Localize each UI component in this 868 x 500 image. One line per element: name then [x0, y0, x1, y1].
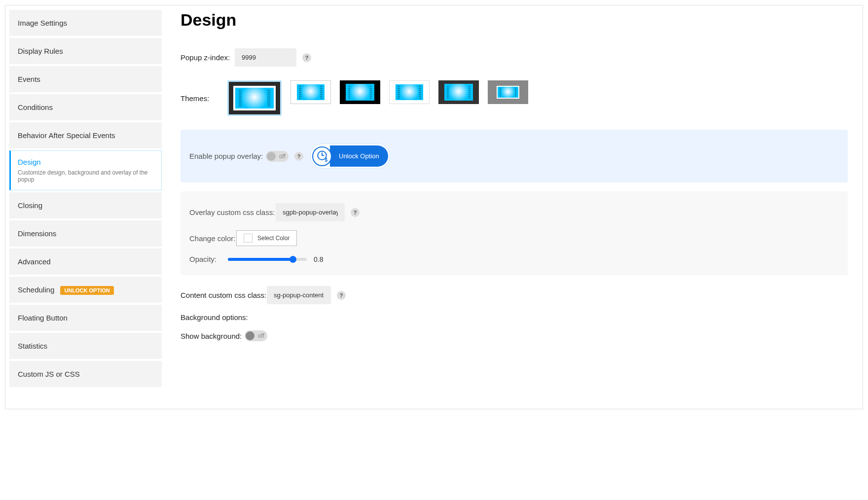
- theme-preview-icon: [346, 84, 374, 101]
- background-options-row: Background options:: [181, 313, 848, 321]
- sidebar-item-statistics[interactable]: Statistics: [9, 333, 162, 359]
- help-icon[interactable]: ?: [337, 291, 346, 300]
- zindex-label: Popup z-index:: [181, 53, 235, 62]
- svg-text:$: $: [325, 156, 327, 162]
- zindex-input[interactable]: [235, 48, 296, 67]
- sidebar-item-label: Events: [18, 75, 40, 83]
- zindex-row: Popup z-index: ?: [181, 48, 848, 67]
- sidebar-item-label: Scheduling: [18, 286, 54, 294]
- show-background-row: Show background: off: [181, 330, 848, 341]
- sidebar-item-design[interactable]: Design Customize design, background and …: [9, 150, 162, 190]
- theme-option-6[interactable]: [488, 80, 528, 104]
- select-color-button[interactable]: Select Color: [236, 230, 297, 246]
- sidebar-item-label: Statistics: [18, 342, 47, 350]
- clock-dollar-icon: $: [312, 146, 332, 166]
- toggle-knob-icon: [267, 152, 276, 161]
- show-background-toggle[interactable]: off: [245, 330, 267, 341]
- theme-preview-icon: [497, 86, 519, 99]
- color-swatch-icon: [244, 234, 253, 243]
- content-css-class-label: Content custom css class:: [181, 291, 267, 299]
- change-color-label: Change color:: [189, 234, 236, 243]
- opacity-slider[interactable]: [228, 258, 307, 261]
- theme-preview-icon: [297, 84, 325, 100]
- sidebar-item-custom-js-css[interactable]: Custom JS or CSS: [9, 361, 162, 387]
- theme-option-1[interactable]: [227, 80, 282, 116]
- theme-option-3[interactable]: [340, 80, 380, 104]
- sidebar-item-label: Advanced: [18, 257, 51, 266]
- theme-preview-icon: [233, 86, 275, 110]
- theme-option-4[interactable]: [389, 80, 430, 104]
- enable-overlay-toggle[interactable]: off: [266, 151, 289, 162]
- toggle-state-text: off: [279, 153, 286, 160]
- page-title: Design: [181, 10, 848, 30]
- page-container: Image Settings Display Rules Events Cond…: [5, 5, 863, 409]
- overlay-settings-panel: Overlay custom css class: ? Change color…: [181, 191, 848, 275]
- sidebar-item-dimensions[interactable]: Dimensions: [9, 220, 162, 247]
- sidebar-item-label: Dimensions: [18, 229, 56, 238]
- main-content: Design Popup z-index: ? Themes: Enable p…: [166, 5, 863, 409]
- opacity-slider-wrap: 0.8: [228, 255, 323, 263]
- opacity-value: 0.8: [314, 255, 323, 263]
- unlock-badge: UNLOCK OPTION: [60, 286, 113, 295]
- sidebar-item-label: Image Settings: [18, 19, 67, 27]
- overlay-css-class-label: Overlay custom css class:: [189, 208, 276, 216]
- toggle-state-text: off: [258, 332, 264, 339]
- slider-thumb-icon: [289, 256, 296, 263]
- theme-preview-icon: [396, 84, 423, 100]
- enable-overlay-label: Enable popup overlay:: [189, 152, 266, 160]
- theme-preview-icon: [444, 84, 472, 101]
- unlock-option-text: Unlock Option: [330, 145, 388, 167]
- sidebar: Image Settings Display Rules Events Cond…: [5, 5, 166, 409]
- sidebar-item-label: Closing: [18, 201, 42, 210]
- sidebar-item-label: Behavior After Special Events: [18, 131, 115, 140]
- select-color-text: Select Color: [257, 235, 289, 242]
- sidebar-item-label: Display Rules: [18, 47, 63, 55]
- sidebar-item-image-settings[interactable]: Image Settings: [9, 10, 162, 36]
- unlock-option-button[interactable]: $ Unlock Option: [310, 143, 390, 169]
- toggle-knob-icon: [246, 331, 254, 340]
- theme-thumbnails: [227, 80, 528, 116]
- show-background-label: Show background:: [181, 332, 245, 340]
- content-css-class-row: Content custom css class: ?: [181, 286, 848, 304]
- theme-option-2[interactable]: [290, 80, 331, 104]
- sidebar-item-label: Custom JS or CSS: [18, 370, 80, 378]
- sidebar-item-display-rules[interactable]: Display Rules: [9, 38, 162, 64]
- sidebar-item-events[interactable]: Events: [9, 66, 162, 92]
- help-icon[interactable]: ?: [351, 208, 360, 217]
- sidebar-item-label: Conditions: [18, 103, 53, 111]
- sidebar-item-advanced[interactable]: Advanced: [9, 249, 162, 275]
- background-options-label: Background options:: [181, 313, 248, 321]
- overlay-css-class-input[interactable]: [276, 203, 345, 221]
- sidebar-item-conditions[interactable]: Conditions: [9, 94, 162, 120]
- help-icon[interactable]: ?: [294, 152, 303, 161]
- content-css-class-input[interactable]: [267, 286, 331, 304]
- sidebar-item-behavior[interactable]: Behavior After Special Events: [9, 122, 162, 148]
- sidebar-item-label: Design: [18, 158, 41, 166]
- sidebar-item-scheduling[interactable]: Scheduling UNLOCK OPTION: [9, 277, 162, 303]
- overlay-enable-panel: Enable popup overlay: off ? $ Unlock Opt…: [181, 130, 848, 182]
- sidebar-item-label: Floating Button: [18, 314, 68, 322]
- sidebar-item-description: Customize design, background and overlay…: [18, 169, 154, 183]
- help-icon[interactable]: ?: [302, 53, 311, 62]
- sidebar-item-floating-button[interactable]: Floating Button: [9, 305, 162, 331]
- themes-label: Themes:: [181, 94, 217, 103]
- themes-row: Themes:: [181, 80, 848, 116]
- sidebar-item-closing[interactable]: Closing: [9, 192, 162, 218]
- theme-option-5[interactable]: [438, 80, 479, 104]
- slider-fill-icon: [228, 258, 291, 261]
- opacity-label: Opacity:: [189, 255, 228, 263]
